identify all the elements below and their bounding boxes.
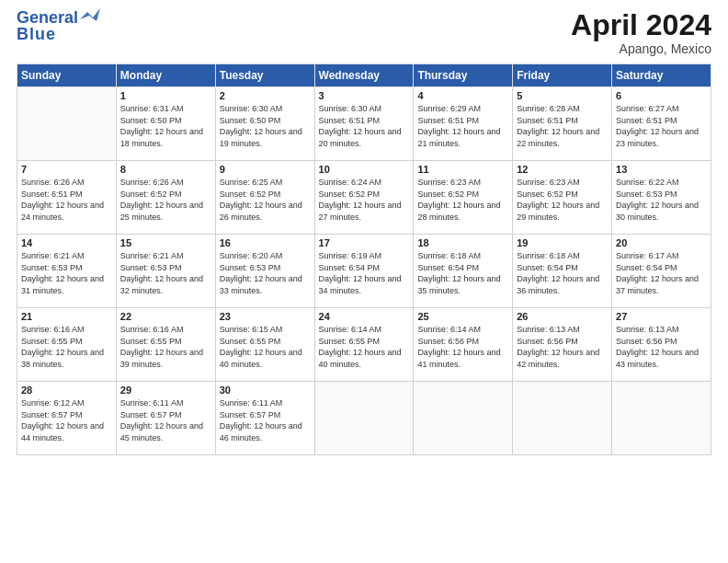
day-number: 22 [120, 311, 211, 322]
table-row: 6Sunrise: 6:27 AMSunset: 6:51 PMDaylight… [612, 87, 711, 161]
day-info: Sunrise: 6:25 AMSunset: 6:52 PMDaylight:… [220, 177, 311, 223]
day-info: Sunrise: 6:17 AMSunset: 6:54 PMDaylight:… [616, 250, 707, 296]
table-row: 20Sunrise: 6:17 AMSunset: 6:54 PMDayligh… [612, 235, 711, 308]
day-info: Sunrise: 6:16 AMSunset: 6:55 PMDaylight:… [21, 324, 112, 370]
logo-bird-icon [80, 8, 100, 25]
logo-general-blue: General [17, 8, 78, 27]
table-row: 14Sunrise: 6:21 AMSunset: 6:53 PMDayligh… [17, 235, 117, 308]
table-row [414, 382, 513, 455]
logo-blue: Blue [17, 26, 56, 42]
table-row: 18Sunrise: 6:18 AMSunset: 6:54 PMDayligh… [414, 235, 513, 308]
table-row: 23Sunrise: 6:15 AMSunset: 6:55 PMDayligh… [215, 308, 314, 382]
table-row: 25Sunrise: 6:14 AMSunset: 6:56 PMDayligh… [414, 308, 513, 382]
day-info: Sunrise: 6:21 AMSunset: 6:53 PMDaylight:… [120, 250, 211, 296]
day-number: 4 [417, 90, 508, 101]
calendar-week-row: 28Sunrise: 6:12 AMSunset: 6:57 PMDayligh… [17, 382, 711, 455]
table-row: 28Sunrise: 6:12 AMSunset: 6:57 PMDayligh… [17, 382, 117, 455]
day-info: Sunrise: 6:11 AMSunset: 6:57 PMDaylight:… [220, 397, 311, 443]
table-row: 22Sunrise: 6:16 AMSunset: 6:55 PMDayligh… [116, 308, 215, 382]
day-number: 17 [319, 237, 410, 248]
calendar-header-row: Sunday Monday Tuesday Wednesday Thursday… [17, 64, 711, 87]
day-number: 2 [220, 90, 311, 101]
table-row: 7Sunrise: 6:26 AMSunset: 6:51 PMDaylight… [17, 161, 117, 235]
table-row: 1Sunrise: 6:31 AMSunset: 6:50 PMDaylight… [116, 87, 215, 161]
day-number: 26 [517, 311, 608, 322]
day-number: 18 [417, 237, 508, 248]
day-number: 5 [517, 90, 608, 101]
day-number: 19 [517, 237, 608, 248]
day-info: Sunrise: 6:18 AMSunset: 6:54 PMDaylight:… [417, 250, 508, 296]
table-row [314, 382, 414, 455]
col-sunday: Sunday [17, 64, 117, 87]
day-info: Sunrise: 6:20 AMSunset: 6:53 PMDaylight:… [220, 250, 311, 296]
table-row: 30Sunrise: 6:11 AMSunset: 6:57 PMDayligh… [215, 382, 314, 455]
table-row: 12Sunrise: 6:23 AMSunset: 6:52 PMDayligh… [513, 161, 612, 235]
title-block: April 2024 Apango, Mexico [571, 9, 711, 56]
day-info: Sunrise: 6:12 AMSunset: 6:57 PMDaylight:… [21, 397, 112, 443]
table-row: 8Sunrise: 6:26 AMSunset: 6:52 PMDaylight… [116, 161, 215, 235]
table-row: 11Sunrise: 6:23 AMSunset: 6:52 PMDayligh… [414, 161, 513, 235]
day-info: Sunrise: 6:26 AMSunset: 6:51 PMDaylight:… [21, 177, 112, 223]
table-row [513, 382, 612, 455]
calendar-week-row: 14Sunrise: 6:21 AMSunset: 6:53 PMDayligh… [17, 235, 711, 308]
day-number: 28 [21, 385, 112, 396]
day-info: Sunrise: 6:30 AMSunset: 6:51 PMDaylight:… [319, 103, 410, 149]
table-row: 16Sunrise: 6:20 AMSunset: 6:53 PMDayligh… [215, 235, 314, 308]
day-number: 14 [21, 237, 112, 248]
table-row [17, 87, 117, 161]
day-number: 16 [220, 237, 311, 248]
day-number: 9 [220, 164, 311, 175]
day-number: 20 [616, 237, 707, 248]
calendar-week-row: 7Sunrise: 6:26 AMSunset: 6:51 PMDaylight… [17, 161, 711, 235]
day-number: 25 [417, 311, 508, 322]
day-info: Sunrise: 6:14 AMSunset: 6:55 PMDaylight:… [319, 324, 410, 370]
page-header: General Blue April 2024 Apango, Mexico [17, 9, 711, 56]
day-number: 1 [120, 90, 211, 101]
day-info: Sunrise: 6:24 AMSunset: 6:52 PMDaylight:… [319, 177, 410, 223]
table-row: 4Sunrise: 6:29 AMSunset: 6:51 PMDaylight… [414, 87, 513, 161]
table-row: 27Sunrise: 6:13 AMSunset: 6:56 PMDayligh… [612, 308, 711, 382]
day-info: Sunrise: 6:14 AMSunset: 6:56 PMDaylight:… [417, 324, 508, 370]
day-info: Sunrise: 6:29 AMSunset: 6:51 PMDaylight:… [417, 103, 508, 149]
col-friday: Friday [513, 64, 612, 87]
day-number: 7 [21, 164, 112, 175]
col-thursday: Thursday [414, 64, 513, 87]
col-wednesday: Wednesday [314, 64, 414, 87]
day-number: 27 [616, 311, 707, 322]
day-number: 8 [120, 164, 211, 175]
day-number: 3 [319, 90, 410, 101]
day-number: 13 [616, 164, 707, 175]
day-info: Sunrise: 6:15 AMSunset: 6:55 PMDaylight:… [220, 324, 311, 370]
day-info: Sunrise: 6:13 AMSunset: 6:56 PMDaylight:… [517, 324, 608, 370]
table-row: 26Sunrise: 6:13 AMSunset: 6:56 PMDayligh… [513, 308, 612, 382]
day-info: Sunrise: 6:19 AMSunset: 6:54 PMDaylight:… [319, 250, 410, 296]
day-number: 21 [21, 311, 112, 322]
day-number: 24 [319, 311, 410, 322]
day-info: Sunrise: 6:31 AMSunset: 6:50 PMDaylight:… [120, 103, 211, 149]
day-info: Sunrise: 6:28 AMSunset: 6:51 PMDaylight:… [517, 103, 608, 149]
day-info: Sunrise: 6:23 AMSunset: 6:52 PMDaylight:… [417, 177, 508, 223]
table-row [612, 382, 711, 455]
table-row: 29Sunrise: 6:11 AMSunset: 6:57 PMDayligh… [116, 382, 215, 455]
day-info: Sunrise: 6:27 AMSunset: 6:51 PMDaylight:… [616, 103, 707, 149]
table-row: 10Sunrise: 6:24 AMSunset: 6:52 PMDayligh… [314, 161, 414, 235]
col-monday: Monday [116, 64, 215, 87]
calendar-week-row: 1Sunrise: 6:31 AMSunset: 6:50 PMDaylight… [17, 87, 711, 161]
svg-marker-0 [80, 8, 100, 21]
table-row: 15Sunrise: 6:21 AMSunset: 6:53 PMDayligh… [116, 235, 215, 308]
day-number: 23 [220, 311, 311, 322]
table-row: 13Sunrise: 6:22 AMSunset: 6:53 PMDayligh… [612, 161, 711, 235]
table-row: 21Sunrise: 6:16 AMSunset: 6:55 PMDayligh… [17, 308, 117, 382]
day-number: 29 [120, 385, 211, 396]
logo: General Blue [17, 9, 100, 42]
day-number: 12 [517, 164, 608, 175]
day-number: 15 [120, 237, 211, 248]
col-tuesday: Tuesday [215, 64, 314, 87]
day-info: Sunrise: 6:18 AMSunset: 6:54 PMDaylight:… [517, 250, 608, 296]
calendar-title: April 2024 [571, 9, 711, 41]
table-row: 24Sunrise: 6:14 AMSunset: 6:55 PMDayligh… [314, 308, 414, 382]
day-info: Sunrise: 6:22 AMSunset: 6:53 PMDaylight:… [616, 177, 707, 223]
table-row: 5Sunrise: 6:28 AMSunset: 6:51 PMDaylight… [513, 87, 612, 161]
day-info: Sunrise: 6:11 AMSunset: 6:57 PMDaylight:… [120, 397, 211, 443]
day-info: Sunrise: 6:23 AMSunset: 6:52 PMDaylight:… [517, 177, 608, 223]
